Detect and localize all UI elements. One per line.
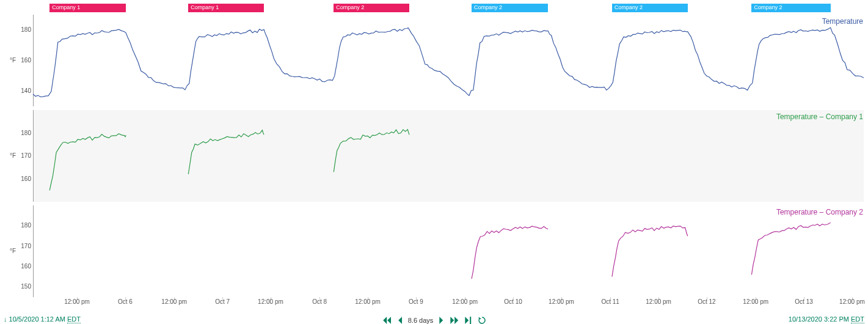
y-tick-label: 140 <box>16 87 31 94</box>
chart-area: Temperature Temperature – Company 1 Temp… <box>0 0 868 304</box>
y-tick-label: 170 <box>16 243 31 249</box>
x-tick-label: 12:00 pm <box>161 298 187 305</box>
y-unit-2: °F <box>10 152 16 159</box>
event-tag-company2[interactable]: Company 2 <box>751 4 830 12</box>
nav-next-button[interactable] <box>439 317 444 324</box>
nav-prev-button[interactable] <box>397 317 402 324</box>
y-tick-label: 160 <box>16 175 31 182</box>
refresh-button[interactable] <box>478 317 486 324</box>
chart-title-1: Temperature <box>822 17 863 26</box>
range-start: ↓ 10/5/2020 1:12 AM EDT <box>4 315 81 323</box>
y-unit-3: °F <box>10 248 16 254</box>
x-tick-label: 12:00 pm <box>839 298 865 305</box>
range-start-text: 10/5/2020 1:12 AM <box>9 315 65 323</box>
x-tick-label: Oct 7 <box>215 298 230 305</box>
x-tick-label: 12:00 pm <box>64 298 90 305</box>
x-tick-label: 12:00 pm <box>549 298 574 305</box>
nav-first-button[interactable] <box>382 317 391 324</box>
nav-next-fast-button[interactable] <box>450 317 459 324</box>
x-tick-label: 12:00 pm <box>452 298 478 305</box>
y-tick-label: 180 <box>16 26 31 33</box>
y-unit-1: °F <box>10 57 16 64</box>
event-tag-company1[interactable]: Company 1 <box>188 4 264 12</box>
x-tick-label: 12:00 pm <box>646 298 671 305</box>
chart-title-3: Temperature – Company 2 <box>776 208 863 216</box>
range-start-tz[interactable]: EDT <box>67 315 81 323</box>
x-tick-label: Oct 6 <box>118 298 133 305</box>
y-tick-label: 150 <box>16 283 31 290</box>
y-tick-label: 170 <box>16 152 31 159</box>
x-tick-label: Oct 8 <box>312 298 327 305</box>
x-tick-label: Oct 9 <box>409 298 423 305</box>
y-tick-label: 180 <box>16 130 31 136</box>
x-tick-label: Oct 12 <box>698 298 715 305</box>
arrow-down-icon: ↓ <box>4 315 7 323</box>
y-tick-label: 160 <box>16 57 31 64</box>
chart-title-2: Temperature – Company 1 <box>776 112 863 121</box>
x-tick-label: Oct 13 <box>795 298 812 305</box>
plot-svg-company2 <box>33 205 864 297</box>
nav-last-button[interactable] <box>465 317 472 324</box>
x-tick-label: Oct 10 <box>504 298 522 305</box>
plot-svg-company1 <box>33 110 864 202</box>
x-tick-label: Oct 11 <box>601 298 619 305</box>
event-tag-company1[interactable]: Company 2 <box>334 4 409 12</box>
event-tag-company2[interactable]: Company 2 <box>472 4 548 12</box>
range-span-label: 8.6 days <box>408 317 434 324</box>
event-tag-company2[interactable]: Company 2 <box>612 4 688 12</box>
y-tick-label: 160 <box>16 263 31 270</box>
nav-controls: 8.6 days <box>382 317 486 324</box>
x-tick-label: 12:00 pm <box>743 298 768 305</box>
x-tick-label: 12:00 pm <box>355 298 381 305</box>
range-end-tz[interactable]: EDT <box>851 315 864 323</box>
x-tick-label: 12:00 pm <box>258 298 283 305</box>
svg-rect-0 <box>470 317 471 324</box>
range-end: 10/13/2020 3:22 PM EDT <box>789 315 864 323</box>
event-tag-company1[interactable]: Company 1 <box>49 4 126 12</box>
plot-svg-temperature <box>33 15 864 106</box>
y-tick-label: 180 <box>16 222 31 229</box>
time-nav-footer: ↓ 10/5/2020 1:12 AM EDT 8.6 days 10/13/2… <box>0 313 868 324</box>
range-end-text: 10/13/2020 3:22 PM <box>789 315 849 323</box>
